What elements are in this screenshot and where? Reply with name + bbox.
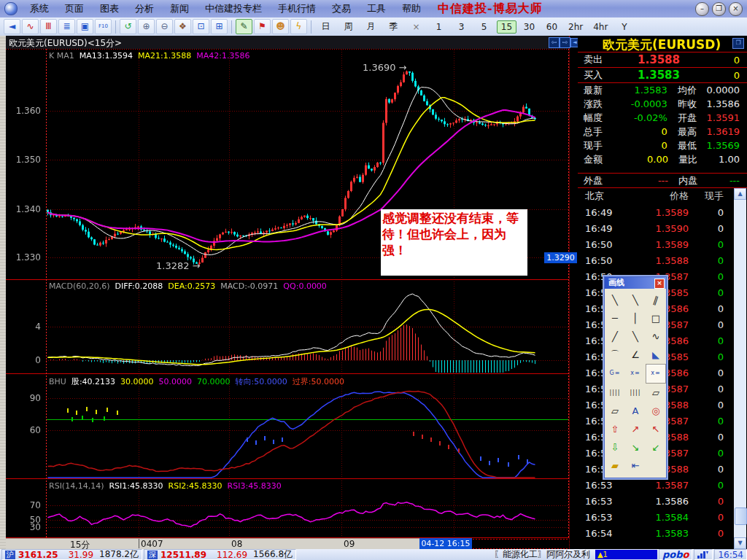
quote-list-icon[interactable]: ≣ (58, 19, 75, 34)
connection-signal-icon (694, 549, 713, 560)
tick-time: 16:53 (578, 480, 630, 491)
palette-close-icon[interactable]: × (654, 279, 665, 289)
gann-fan-tool[interactable]: ◣ (646, 346, 666, 364)
period-button-15[interactable]: 15 (497, 20, 516, 34)
arrow-down-tool[interactable]: ⇩ (605, 438, 625, 456)
period-button-×[interactable]: × (406, 20, 426, 34)
close-button[interactable]: × (729, 2, 743, 16)
alert-marquee: ▲1 (595, 550, 657, 559)
cycle-ring-tool[interactable]: ◎ (646, 402, 666, 420)
period-button-30[interactable]: 30 (519, 20, 539, 34)
period-button-3[interactable]: 3 (452, 20, 471, 34)
palette-title-bar[interactable]: 画线 × (605, 277, 666, 289)
regression-channel-tool[interactable]: ▱ (605, 402, 625, 420)
scroll-up-icon[interactable]: ▲ (734, 188, 746, 200)
period-button-Y[interactable]: Y (614, 20, 634, 34)
lightning-icon[interactable]: ϟ (290, 19, 307, 34)
window-jump-icon[interactable]: ⊡ (193, 19, 209, 34)
scroll-down-icon[interactable]: ▼ (734, 537, 746, 549)
menu-item-0[interactable]: 系统 (22, 1, 57, 17)
wave-tool[interactable]: ∿ (646, 327, 666, 346)
segment-tool[interactable]: ╲ (625, 327, 646, 346)
tick-list-scrollbar[interactable]: ▲ ▼ (734, 188, 746, 549)
period-button-4hr[interactable]: 4hr (589, 20, 611, 34)
status-spacer (298, 549, 489, 560)
percent-lines2-tool[interactable]: x≡ (646, 364, 666, 384)
horizontal-segment-tool[interactable]: ─ (605, 309, 625, 327)
drawn-text-note[interactable]: 感觉调整还没有结束，等待！但也许会上，因为强！ (381, 209, 527, 276)
arc-tool[interactable]: ⌒ (605, 346, 625, 364)
arrow-up-left-tool[interactable]: ↖ (646, 420, 666, 438)
clear-all-tool[interactable]: ⇤ (625, 456, 646, 475)
menu-item-5[interactable]: 中信建投专栏 (197, 1, 270, 17)
channel-tool[interactable]: ▱ (646, 384, 666, 402)
arrow-down-left-tool[interactable]: ↙ (646, 438, 666, 456)
shenzhen-index-segment: 深 12511.89 112.69 1566.8亿 (144, 549, 296, 560)
vertical-grid-tool[interactable]: |||| (605, 384, 625, 402)
period-button-月[interactable]: 月 (361, 19, 381, 34)
kline-chart-icon[interactable]: Ⅲ (40, 19, 57, 34)
f10-info-icon[interactable]: F10 (95, 19, 112, 34)
quote-symbol-title: 欧元美元(EURUSD) (603, 36, 721, 53)
time-axis-scrollzone[interactable] (6, 538, 421, 550)
period-button-60[interactable]: 60 (542, 20, 562, 34)
users-icon[interactable]: ☻ (272, 19, 289, 34)
tick-row: 16:531.35860 (578, 493, 734, 509)
chart-next-icon[interactable]: ⇨ (560, 37, 570, 48)
page-view-icon[interactable]: ▣ (77, 19, 93, 34)
vertical-grid-dense-tool[interactable]: |||| (625, 384, 646, 402)
ray-tool[interactable]: ╲ (625, 291, 646, 309)
text-tool[interactable]: A (625, 402, 646, 420)
parallel-lines-tool[interactable]: ∥ (643, 288, 668, 311)
scrollbar-thumb[interactable] (735, 508, 747, 525)
zoom-out-icon[interactable]: ⊖ (156, 19, 173, 34)
chart-canvas[interactable] (6, 36, 569, 549)
vertical-segment-tool[interactable]: │ (625, 309, 646, 327)
quote-extra: 0 (680, 70, 747, 81)
menu-item-6[interactable]: 手机行情 (270, 1, 324, 17)
golden-section-tool[interactable]: G≡ (605, 364, 625, 382)
period-button-5[interactable]: 5 (474, 20, 494, 34)
trend-segment-tool[interactable]: ╱ (605, 327, 625, 346)
menu-item-7[interactable]: 交易 (324, 1, 359, 17)
period-button-2hr[interactable]: 2hr (565, 20, 587, 34)
refresh-icon[interactable]: ↺ (120, 19, 136, 34)
system-icon[interactable] (4, 2, 18, 15)
menu-item-9[interactable]: 帮助 (394, 1, 429, 17)
time-axis[interactable]: 15分 0407080910 04-12 16:15 (6, 538, 569, 549)
back-icon[interactable]: ◄ (4, 19, 20, 34)
period-button-日[interactable]: 日 (316, 19, 336, 34)
period-button-周[interactable]: 周 (338, 19, 358, 34)
arrow-up-right-tool[interactable]: ↗ (625, 420, 646, 438)
menu-item-8[interactable]: 工具 (359, 1, 394, 17)
period-button-季[interactable]: 季 (384, 19, 403, 34)
line-chart-icon[interactable]: ∿ (22, 19, 39, 34)
macd-label: DIFF:0.2088 (115, 281, 163, 291)
draw-line-icon[interactable]: ✎ (236, 19, 252, 34)
arrow-up-tool[interactable]: ⇧ (605, 420, 625, 438)
menu-item-2[interactable]: 图表 (92, 1, 127, 17)
arrow-down-right-tool[interactable]: ↘ (625, 438, 646, 456)
period-button-1[interactable]: 1 (429, 20, 449, 34)
left-splitter[interactable] (0, 36, 6, 549)
hand-tool-icon[interactable]: ❖ (174, 19, 191, 34)
minimize-button[interactable]: – (695, 2, 709, 16)
zoom-in-icon[interactable]: ⊕ (138, 19, 155, 34)
menu-item-3[interactable]: 分析 (127, 1, 162, 17)
line-tool[interactable]: ╲ (605, 291, 625, 309)
quote-restore-icon[interactable]: ❐ (732, 38, 744, 49)
rectangle-tool[interactable]: □ (646, 309, 666, 327)
menu-item-4[interactable]: 新闻 (162, 1, 197, 17)
menu-item-1[interactable]: 页面 (57, 1, 92, 17)
alarm-icon[interactable]: ⚑ (254, 19, 271, 34)
eraser-tool[interactable]: ▰ (605, 456, 625, 475)
title-bar: 系统页面图表分析新闻中信建投专栏手机行情交易工具帮助 中信建投-博易大师 –❐× (0, 0, 747, 18)
window-next-icon[interactable]: ⊞ (211, 19, 228, 34)
sh-amount-value: 1878.2亿 (99, 548, 139, 560)
chart-prev-icon[interactable]: ⇦ (549, 37, 560, 48)
percent-lines-tool[interactable]: x≡ (625, 364, 646, 382)
quote-label: 现手 (578, 139, 613, 152)
restore-button[interactable]: ❐ (712, 2, 726, 16)
toolbar: ◄∿Ⅲ≣▣F10↺⊕⊖❖⊡⊞✎⚑☻ϟ日周月季×1351530602hr4hrY (0, 18, 747, 36)
fan-lines-tool[interactable]: ∠ (625, 346, 646, 364)
